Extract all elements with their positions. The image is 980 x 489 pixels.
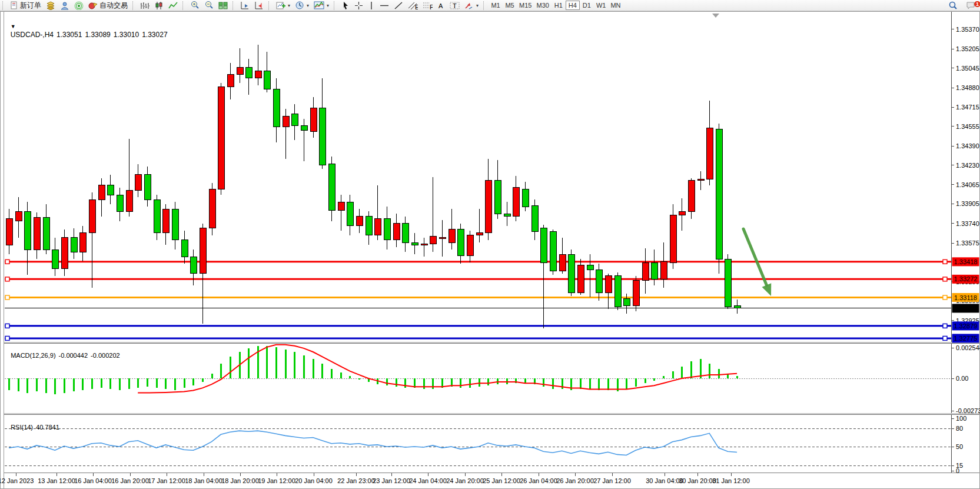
vertical-line-icon	[368, 1, 375, 10]
candle-body	[154, 199, 160, 233]
main-toolbar: 新订单 自动交易 ▾	[0, 0, 980, 11]
text-label-tool-button[interactable]: T	[447, 1, 462, 11]
time-tick-label: 16 Jan 04:00	[74, 477, 112, 484]
horizontal-line-tool-button[interactable]	[377, 1, 391, 11]
zoom-in-button[interactable]	[188, 1, 202, 11]
candle-body	[697, 179, 704, 181]
time-tick-label: 31 Jan 12:00	[712, 477, 750, 484]
candle-body	[568, 254, 574, 292]
crosshair-icon	[354, 1, 363, 10]
candle-body	[273, 89, 280, 127]
tile-windows-button[interactable]	[216, 1, 230, 11]
time-tick-label: 18 Jan 20:00	[221, 477, 259, 484]
bar-chart-button[interactable]	[138, 1, 152, 11]
timeframe-m30-button[interactable]: M30	[534, 1, 551, 10]
candle-body	[310, 108, 317, 131]
time-tick-label: 18 Jan 04:00	[185, 477, 222, 484]
chart-title-symbol: USDCAD-,H4	[11, 31, 54, 39]
hline-handle[interactable]	[943, 295, 947, 300]
candle-body	[439, 238, 446, 238]
candle-body	[172, 209, 178, 240]
candle-body	[633, 281, 639, 305]
signals-button[interactable]	[72, 1, 86, 11]
hline-handle[interactable]	[5, 336, 9, 340]
equidistant-channel-tool-button[interactable]: E	[406, 1, 420, 11]
fibonacci-tool-button[interactable]: F	[420, 1, 435, 11]
crosshair-tool-button[interactable]	[352, 1, 366, 11]
cursor-tool-button[interactable]	[339, 1, 352, 11]
svg-text:T: T	[453, 2, 457, 9]
timeframe-m15-button[interactable]: M15	[517, 1, 534, 10]
candle-body	[476, 233, 483, 235]
candle-body	[725, 259, 731, 307]
timeframe-m5-button[interactable]: M5	[503, 1, 517, 10]
macd-axis-label: 0.00	[956, 375, 968, 382]
hline-handle[interactable]	[943, 336, 947, 340]
candle-body	[513, 188, 519, 217]
toolbar-separator	[334, 1, 337, 10]
ohlc-low: 1.33010	[114, 31, 139, 39]
symbol-collapse-arrow[interactable]: ▼	[11, 24, 16, 29]
hline-handle[interactable]	[5, 260, 9, 264]
text-tool-button[interactable]: A	[435, 1, 447, 11]
candle-body	[200, 228, 206, 274]
layers-button[interactable]	[44, 1, 58, 11]
notifications-button[interactable]: 1	[964, 1, 978, 11]
hline-handle[interactable]	[5, 324, 9, 328]
timeframe-mn-button[interactable]: MN	[608, 1, 623, 10]
candle-body	[457, 229, 464, 256]
time-tick-label: 30 Jan 04:00	[646, 477, 683, 484]
search-button[interactable]	[946, 1, 960, 11]
timeframe-d1-button[interactable]: D1	[580, 1, 594, 10]
search-icon	[948, 1, 958, 11]
candle-body	[43, 218, 49, 250]
timeframe-m1-button[interactable]: M1	[489, 1, 503, 10]
price-tag-label: 1.33272	[954, 275, 978, 282]
line-chart-button[interactable]	[166, 1, 180, 11]
ohlc-close: 1.33027	[142, 31, 167, 39]
timeframe-w1-button[interactable]: W1	[594, 1, 609, 10]
toolbar-drag-handle[interactable]	[2, 1, 6, 10]
arrows-icon	[464, 1, 474, 10]
indicators-button[interactable]: ▾	[274, 1, 293, 11]
arrows-tool-button[interactable]: ▾	[462, 1, 481, 11]
price-tick-label: 1.34230	[956, 162, 979, 169]
candle-body	[716, 129, 722, 260]
chart-shift-button[interactable]	[238, 1, 252, 11]
rsi-axis-label: 0	[956, 467, 959, 474]
periods-button[interactable]: ▾	[293, 1, 311, 11]
candle-body	[411, 242, 418, 245]
hline-handle[interactable]	[943, 260, 947, 264]
indicators-icon	[276, 1, 285, 10]
hline-handle[interactable]	[5, 295, 9, 300]
trendline-tool-button[interactable]	[391, 1, 406, 11]
candle-body	[605, 276, 612, 292]
hline-handle[interactable]	[943, 277, 947, 281]
profile-button[interactable]	[58, 1, 72, 11]
candle-body	[374, 219, 381, 235]
auto-trading-button[interactable]: 自动交易	[86, 1, 130, 11]
hline-handle[interactable]	[943, 324, 947, 328]
line-chart-icon	[168, 1, 178, 10]
new-order-button[interactable]: 新订单	[8, 1, 44, 11]
auto-scroll-button[interactable]	[252, 1, 266, 11]
toolbar-separator	[268, 1, 272, 10]
templates-button[interactable]: ▾	[311, 1, 331, 11]
rsi-name: RSI(14)	[11, 424, 33, 431]
zoom-in-icon	[190, 1, 200, 10]
timeframe-h4-button[interactable]: H4	[566, 1, 580, 10]
price-tag-label: 1.32775	[954, 335, 978, 342]
price-tick-label: 1.34065	[956, 181, 979, 188]
hline-handle[interactable]	[5, 277, 9, 281]
candle-body	[522, 189, 529, 207]
dropdown-caret: ▾	[307, 3, 309, 8]
timeframe-h1-button[interactable]: H1	[552, 1, 566, 10]
candle-body	[642, 262, 649, 280]
dropdown-caret: ▾	[327, 3, 329, 8]
candle-chart-button[interactable]	[152, 1, 166, 11]
candle-body	[181, 240, 188, 257]
zoom-out-button[interactable]	[202, 1, 216, 11]
vertical-line-tool-button[interactable]	[366, 1, 377, 11]
auto-trading-icon	[88, 1, 98, 10]
price-tick-label: 1.35045	[956, 65, 979, 72]
